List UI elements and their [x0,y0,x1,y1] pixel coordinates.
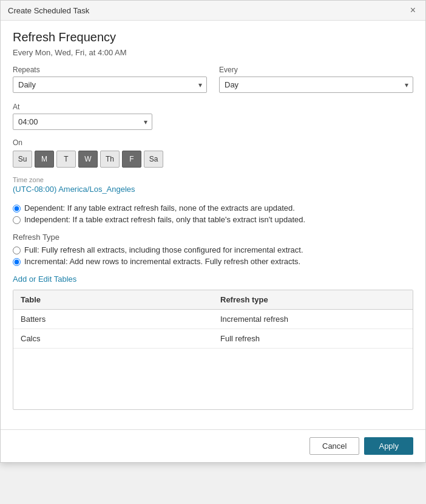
refresh-type-radio-group: Full: Fully refresh all extracts, includ… [13,245,413,266]
on-label: On [13,138,413,147]
day-btn-sa[interactable]: Sa [144,151,163,168]
table-name-cell: Batters [13,310,213,329]
modal-body: Refresh Frequency Every Mon, Wed, Fri, a… [1,21,425,429]
repeats-select-wrapper[interactable]: Daily Weekly Monthly [13,77,207,93]
incremental-refresh-radio-item[interactable]: Incremental: Add new rows to incremental… [13,257,413,266]
independent-radio-item[interactable]: Independent: If a table extract refresh … [13,215,413,224]
table-row: Calcs Full refresh [13,329,413,349]
day-btn-m[interactable]: M [35,151,54,168]
schedule-summary: Every Mon, Wed, Fri, at 4:00 AM [13,48,413,57]
full-refresh-radio-item[interactable]: Full: Fully refresh all extracts, includ… [13,245,413,254]
repeats-every-row: Repeats Daily Weekly Monthly Every Day 2… [13,66,413,93]
independent-label: Independent: If a table extract refresh … [24,215,305,224]
day-btn-t[interactable]: T [56,151,76,168]
dependent-radio[interactable] [13,205,21,213]
create-scheduled-task-modal: Create Scheduled Task × Refresh Frequenc… [0,0,426,463]
every-select-wrapper[interactable]: Day 2 Days 3 Days [219,77,413,93]
day-buttons: Su M T W Th F Sa [13,151,413,168]
refresh-type-section: Refresh Type Full: Fully refresh all ext… [13,233,413,266]
refresh-type-cell: Incremental refresh [213,310,413,329]
modal-title: Create Scheduled Task [8,6,89,15]
table-name-cell: Calcs [13,329,213,349]
dependency-radio-group: Dependent: If any table extract refresh … [13,203,413,224]
at-row: At 04:00 05:00 06:00 12:00 [13,103,413,130]
modal-footer: Cancel Apply [1,429,425,462]
incremental-refresh-radio[interactable] [13,258,21,266]
day-btn-su[interactable]: Su [13,151,32,168]
col-table-header: Table [13,290,213,310]
every-select[interactable]: Day 2 Days 3 Days [219,77,413,93]
dependent-radio-item[interactable]: Dependent: If any table extract refresh … [13,203,413,213]
cancel-button[interactable]: Cancel [309,437,359,455]
tables-container: Table Refresh type Batters Incremental r… [13,290,413,410]
repeats-field-group: Repeats Daily Weekly Monthly [13,66,207,93]
every-label: Every [219,66,413,74]
table-row: Batters Incremental refresh [13,310,413,329]
tables-data-table: Table Refresh type Batters Incremental r… [13,290,413,409]
col-refresh-header: Refresh type [213,290,413,310]
empty-row [13,349,413,409]
section-title: Refresh Frequency [13,30,413,44]
table-body: Batters Incremental refresh Calcs Full r… [13,310,413,409]
add-edit-tables-link[interactable]: Add or Edit Tables [13,274,76,284]
timezone-link[interactable]: (UTC-08:00) America/Los_Angeles [13,185,135,194]
at-field-group: At 04:00 05:00 06:00 12:00 [13,103,152,130]
day-btn-th[interactable]: Th [100,151,120,168]
at-select-wrapper[interactable]: 04:00 05:00 06:00 12:00 [13,114,152,130]
full-refresh-label: Full: Fully refresh all extracts, includ… [24,245,303,254]
refresh-type-label: Refresh Type [13,233,413,242]
incremental-refresh-label: Incremental: Add new rows to incremental… [24,257,300,266]
at-label: At [13,103,152,111]
timezone-label: Time zone [13,176,413,183]
at-select[interactable]: 04:00 05:00 06:00 12:00 [13,114,152,130]
on-section: On Su M T W Th F Sa [13,138,413,168]
modal-header: Create Scheduled Task × [1,1,425,21]
table-header-row: Table Refresh type [13,290,413,310]
refresh-type-cell: Full refresh [213,329,413,349]
repeats-label: Repeats [13,66,207,74]
every-field-group: Every Day 2 Days 3 Days [219,66,413,93]
timezone-section: Time zone (UTC-08:00) America/Los_Angele… [13,176,413,194]
repeats-select[interactable]: Daily Weekly Monthly [13,77,207,93]
dependent-label: Dependent: If any table extract refresh … [24,203,295,213]
day-btn-f[interactable]: F [122,151,141,168]
apply-button[interactable]: Apply [364,437,413,455]
full-refresh-radio[interactable] [13,247,21,254]
close-button[interactable]: × [408,4,418,16]
independent-radio[interactable] [13,216,21,224]
day-btn-w[interactable]: W [78,151,98,168]
